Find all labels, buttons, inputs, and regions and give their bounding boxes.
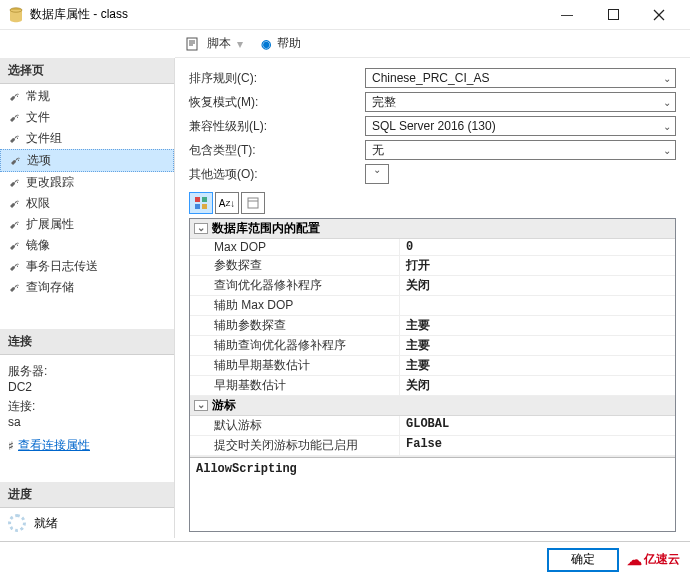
other-options-label: 其他选项(O): [189,166,359,183]
other-options-button[interactable]: ⌄ [365,164,389,184]
contain-label: 包含类型(T): [189,142,359,159]
sidebar-page-item[interactable]: 文件组 [0,128,174,149]
script-label[interactable]: 脚本 [207,35,231,52]
ok-button[interactable]: 确定 [547,548,619,572]
wrench-icon [8,111,22,125]
sidebar-page-item[interactable]: 权限 [0,193,174,214]
sidebar-page-item[interactable]: 文件 [0,107,174,128]
wrench-icon [8,260,22,274]
wrench-icon [8,132,22,146]
wrench-icon [8,218,22,232]
sidebar-page-item[interactable]: 常规 [0,86,174,107]
property-name: 默认游标 [190,416,400,435]
property-category[interactable]: ⌄数据库范围内的配置 [190,219,675,239]
property-value[interactable]: 关闭 [400,276,675,295]
progress-spinner-icon [8,514,26,532]
connection-panel: 服务器: DC2 连接: sa ♯ 查看连接属性 [0,355,174,458]
property-name: 参数探查 [190,256,400,275]
property-value[interactable]: 0 [400,239,675,255]
svg-rect-8 [195,204,200,209]
property-row[interactable]: 辅助早期基数估计主要 [190,356,675,376]
dialog-footer: 确定 ☁ 亿速云 [0,541,690,577]
property-row[interactable]: 提交时关闭游标功能已启用False [190,436,675,456]
svg-rect-5 [187,38,197,50]
recovery-select[interactable]: 完整⌄ [365,92,676,112]
categorize-button[interactable] [189,192,213,214]
dropdown-arrow-icon[interactable]: ▾ [237,37,243,51]
page-list: 常规文件文件组选项更改跟踪权限扩展属性镜像事务日志传送查询存储 [0,84,174,300]
sidebar-page-item[interactable]: 更改跟踪 [0,172,174,193]
page-label: 文件 [26,109,50,126]
property-value[interactable] [400,296,675,315]
property-name: 提交时关闭游标功能已启用 [190,436,400,455]
property-row[interactable]: 默认游标GLOBAL [190,416,675,436]
category-name: 游标 [212,397,236,414]
property-grid-body[interactable]: ⌄数据库范围内的配置Max DOP0参数探查打开查询优化器修补程序关闭辅助 Ma… [190,219,675,457]
wrench-icon [8,90,22,104]
sidebar-page-item[interactable]: 事务日志传送 [0,256,174,277]
brand-watermark: ☁ 亿速云 [627,551,680,569]
svg-rect-2 [608,10,618,20]
property-value[interactable]: GLOBAL [400,416,675,435]
chevron-down-icon: ⌄ [373,163,381,174]
property-row[interactable]: 辅助 Max DOP [190,296,675,316]
view-connection-link[interactable]: 查看连接属性 [18,437,90,454]
property-value[interactable]: 主要 [400,356,675,375]
property-row[interactable]: 查询优化器修补程序关闭 [190,276,675,296]
page-label: 事务日志传送 [26,258,98,275]
svg-rect-10 [248,198,258,208]
chevron-down-icon: ⌄ [663,145,671,156]
minimize-button[interactable]: — [544,0,590,30]
svg-rect-9 [202,204,207,209]
alphabetical-button[interactable]: AZ↓ [215,192,239,214]
server-label: 服务器: [8,363,166,380]
connection-props-icon: ♯ [8,439,14,453]
sidebar-page-item[interactable]: 扩展属性 [0,214,174,235]
property-description: AllowScripting [190,457,675,499]
page-label: 镜像 [26,237,50,254]
help-icon: ◉ [261,37,271,51]
property-category[interactable]: ⌄游标 [190,396,675,416]
page-label: 更改跟踪 [26,174,74,191]
select-page-header: 选择页 [0,58,174,84]
close-button[interactable] [636,0,682,30]
progress-panel: 就绪 [0,508,174,538]
maximize-button[interactable] [590,0,636,30]
chevron-down-icon: ⌄ [663,97,671,108]
property-row[interactable]: 早期基数估计关闭 [190,376,675,396]
property-value[interactable]: 打开 [400,256,675,275]
page-label: 选项 [27,152,51,169]
sidebar-page-item[interactable]: 查询存储 [0,277,174,298]
sidebar-page-item[interactable]: 选项 [0,149,174,172]
category-name: 数据库范围内的配置 [212,220,320,237]
page-label: 扩展属性 [26,216,74,233]
wrench-icon [8,281,22,295]
wrench-icon [9,154,23,168]
property-name: Max DOP [190,239,400,255]
collation-select[interactable]: Chinese_PRC_CI_AS⌄ [365,68,676,88]
property-row[interactable]: 参数探查打开 [190,256,675,276]
collapse-icon[interactable]: ⌄ [194,400,208,411]
property-row[interactable]: 辅助查询优化器修补程序主要 [190,336,675,356]
cloud-icon: ☁ [627,551,642,569]
compat-select[interactable]: SQL Server 2016 (130)⌄ [365,116,676,136]
property-value[interactable]: 主要 [400,316,675,335]
contain-select[interactable]: 无⌄ [365,140,676,160]
property-name: 辅助 Max DOP [190,296,400,315]
propgrid-pages-button[interactable] [241,192,265,214]
status-text: 就绪 [34,515,58,532]
page-label: 常规 [26,88,50,105]
property-row[interactable]: 辅助参数探查主要 [190,316,675,336]
property-name: 辅助查询优化器修补程序 [190,336,400,355]
sidebar-page-item[interactable]: 镜像 [0,235,174,256]
property-value[interactable]: 关闭 [400,376,675,395]
page-label: 权限 [26,195,50,212]
help-label[interactable]: 帮助 [277,35,301,52]
collapse-icon[interactable]: ⌄ [194,223,208,234]
compat-label: 兼容性级别(L): [189,118,359,135]
property-row[interactable]: Max DOP0 [190,239,675,256]
script-icon [185,36,201,52]
property-value[interactable]: False [400,436,675,455]
property-value[interactable]: 主要 [400,336,675,355]
collation-label: 排序规则(C): [189,70,359,87]
